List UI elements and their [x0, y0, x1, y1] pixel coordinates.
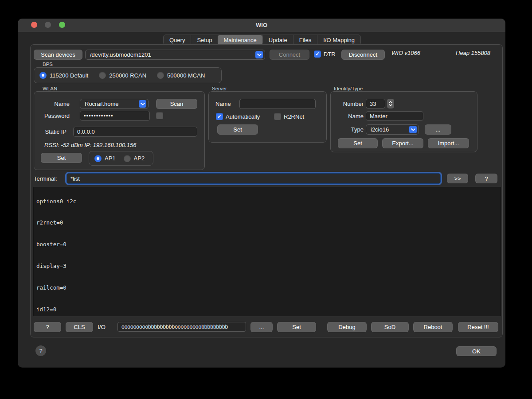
terminal-send-button[interactable]: >> [447, 174, 468, 183]
dtr-label: DTR [324, 51, 336, 58]
bottom-help-button[interactable]: ? [34, 322, 61, 332]
heap-size-text: Heap 155808 [456, 50, 490, 56]
wlan-password-label: Password [36, 112, 70, 119]
terminal-output[interactable]: options0 i2c r2rnet=0 booster=0 display=… [33, 187, 501, 316]
server-name-label: Name [215, 101, 231, 107]
server-auto-checkbox[interactable]: ✓ Automatically [216, 113, 260, 120]
radio-unselected-icon [157, 72, 164, 79]
wlan-name-label: Name [39, 101, 70, 107]
tab-setup[interactable]: Setup [191, 35, 218, 45]
tab-maintenance[interactable]: Maintenance [218, 35, 262, 45]
io-set-button[interactable]: Set [277, 322, 316, 332]
server-name-input[interactable] [239, 99, 316, 109]
radio-selected-icon [39, 72, 47, 79]
checkbox-checked-icon: ✓ [314, 50, 321, 58]
tab-files[interactable]: Files [293, 35, 317, 45]
ap1-label: AP1 [105, 155, 116, 162]
device-select-value: /dev/tty.usbmodem1201 [90, 51, 151, 58]
titlebar: WIO [18, 19, 505, 32]
wlan-password-input[interactable] [80, 111, 150, 121]
server-auto-label: Automatically [226, 113, 260, 120]
window-title: WIO [18, 22, 505, 28]
scan-devices-button[interactable]: Scan devices [34, 50, 82, 60]
bps-250000-label: 250000 RCAN [109, 72, 146, 79]
identity-type-select[interactable]: i2cio16 [366, 124, 419, 135]
bps-115200-radio[interactable]: 115200 Default [39, 72, 88, 79]
cls-button[interactable]: CLS [66, 322, 93, 332]
debug-button[interactable]: Debug [327, 322, 367, 332]
identity-export-button[interactable]: Export... [382, 138, 423, 148]
bps-radio-group: 115200 Default 250000 RCAN 500000 MCAN [34, 67, 222, 83]
io-state-input[interactable] [117, 322, 246, 332]
identity-number-label: Number [333, 101, 364, 107]
ap2-radio[interactable]: AP2 [124, 155, 145, 162]
identity-more-button[interactable]: ... [425, 124, 451, 135]
number-stepper[interactable] [387, 99, 394, 108]
checkbox-checked-icon: ✓ [216, 113, 223, 120]
chevron-down-icon [389, 104, 392, 106]
radio-selected-icon [94, 155, 102, 162]
server-group-label: Server [212, 86, 227, 91]
footer-help-button[interactable]: ? [35, 345, 46, 356]
wlan-static-ip-label: Static IP [36, 128, 66, 135]
tab-bar: Query Setup Maintenance Update Files I/O… [163, 35, 361, 45]
firmware-version-text: WIO v1066 [391, 50, 420, 56]
io-more-button[interactable]: ... [250, 322, 273, 332]
identity-group-label: Identity/Type [334, 86, 363, 91]
wlan-password-show-checkbox[interactable] [156, 112, 163, 119]
wlan-ap-radio-group: AP1 AP2 [89, 151, 153, 166]
identity-type-value: i2cio16 [371, 126, 389, 133]
io-label: I/O [98, 324, 106, 330]
chevron-down-icon [139, 100, 146, 108]
wlan-name-select[interactable]: Rocrail.home [80, 99, 149, 109]
tab-update[interactable]: Update [262, 35, 293, 45]
ok-button[interactable]: OK [456, 346, 497, 356]
dtr-checkbox[interactable]: ✓ DTR [314, 50, 336, 58]
wlan-static-ip-input[interactable] [73, 127, 197, 137]
app-window: WIO Query Setup Maintenance Update Files… [18, 19, 505, 368]
identity-number-input[interactable] [366, 99, 385, 108]
reboot-button[interactable]: Reboot [413, 322, 453, 332]
bps-500000-radio[interactable]: 500000 MCAN [157, 72, 205, 79]
sod-button[interactable]: SoD [371, 322, 409, 332]
checkbox-unchecked-icon [274, 113, 281, 120]
ap2-label: AP2 [134, 155, 145, 162]
wlan-name-value: Rocrail.home [85, 101, 119, 107]
radio-unselected-icon [124, 155, 131, 162]
server-r2rnet-checkbox[interactable]: R2RNet [274, 113, 304, 120]
wlan-scan-button[interactable]: Scan [156, 99, 197, 109]
tab-io-mapping[interactable]: I/O Mapping [317, 35, 360, 45]
terminal-output-lines: options0 i2c r2rnet=0 booster=0 display=… [36, 187, 501, 316]
identity-type-label: Type [333, 126, 364, 133]
device-select[interactable]: /dev/tty.usbmodem1201 [85, 50, 265, 60]
wlan-set-button[interactable]: Set [41, 153, 82, 163]
terminal-label: Terminal: [34, 175, 57, 182]
wlan-group-label: WLAN [43, 86, 57, 91]
terminal-help-button[interactable]: ? [475, 174, 497, 183]
bps-250000-radio[interactable]: 250000 RCAN [99, 72, 146, 79]
ap1-radio[interactable]: AP1 [94, 155, 116, 162]
bps-115200-label: 115200 Default [50, 72, 88, 79]
identity-name-input[interactable] [366, 111, 423, 121]
server-r2rnet-label: R2RNet [284, 113, 304, 120]
radio-unselected-icon [99, 72, 106, 79]
connect-button[interactable]: Connect [270, 50, 309, 60]
wlan-status-text: RSSI: -52 dBm IP: 192.168.100.156 [44, 142, 136, 148]
reset-button[interactable]: Reset !!! [458, 322, 498, 332]
bps-group-label: BPS [43, 62, 53, 67]
identity-set-button[interactable]: Set [338, 138, 378, 148]
chevron-down-icon [255, 51, 263, 58]
terminal-input[interactable] [66, 173, 441, 184]
chevron-down-icon [409, 126, 417, 133]
tab-query[interactable]: Query [164, 35, 191, 45]
identity-import-button[interactable]: Import... [428, 138, 469, 148]
server-set-button[interactable]: Set [217, 124, 258, 135]
chevron-up-icon [389, 101, 392, 103]
disconnect-button[interactable]: Disconnect [341, 50, 385, 60]
identity-name-label: Name [333, 113, 364, 120]
bps-500000-label: 500000 MCAN [167, 72, 205, 79]
